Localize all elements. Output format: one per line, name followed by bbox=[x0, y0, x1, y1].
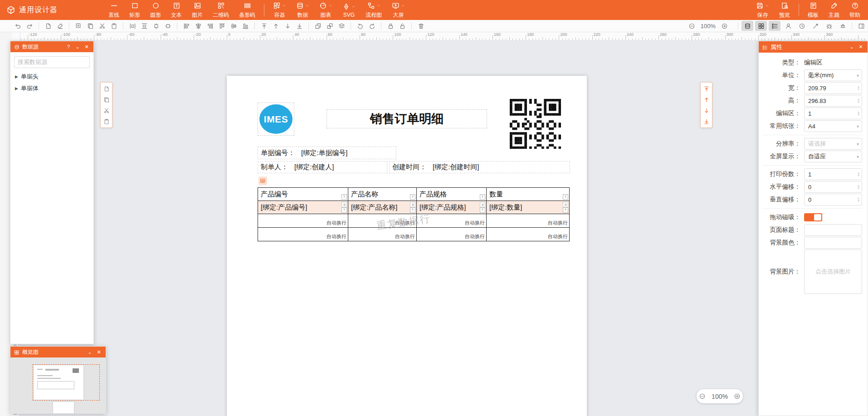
delete-bind-icon[interactable] bbox=[341, 202, 347, 207]
tool-qrcode[interactable]: 二维码 bbox=[208, 0, 234, 20]
tool-text[interactable]: 文本 bbox=[166, 0, 187, 20]
history-toggle[interactable] bbox=[796, 21, 808, 31]
table-repeat-cell[interactable]: 自动换行 bbox=[487, 214, 570, 228]
spinner-arrows[interactable]: ▴▾ bbox=[858, 85, 859, 91]
align-center-button[interactable] bbox=[192, 21, 204, 31]
text-style-badge[interactable]: T bbox=[480, 194, 485, 200]
copy-button[interactable] bbox=[102, 95, 111, 104]
spinner-arrows[interactable]: ▴▾ bbox=[858, 111, 859, 116]
panel-right-icon[interactable] bbox=[855, 21, 867, 31]
table-header-cell[interactable]: 数量T bbox=[487, 188, 570, 201]
clean-brush-button[interactable] bbox=[54, 21, 66, 31]
move-up-button[interactable] bbox=[270, 21, 282, 31]
tool-flow[interactable]: 流程图 bbox=[361, 0, 387, 20]
user-toggle[interactable] bbox=[782, 21, 794, 31]
new-file-button[interactable] bbox=[102, 84, 111, 93]
overview-viewport-rect[interactable] bbox=[33, 364, 100, 401]
copy-button[interactable] bbox=[84, 21, 96, 31]
help-icon[interactable]: ? bbox=[65, 44, 72, 49]
table-bind-cell[interactable]: [绑定:数量]T bbox=[487, 201, 570, 214]
spinner-arrows[interactable]: ▴▾ bbox=[858, 197, 859, 202]
action-theme[interactable]: 主题 bbox=[824, 0, 844, 20]
design-canvas[interactable]: IMES 销售订单明细 单据编号：[绑定:单据编号]制单人：[绑定:创建人]创建… bbox=[20, 40, 868, 416]
text-style-badge[interactable]: T bbox=[480, 207, 485, 213]
move-down-button[interactable] bbox=[282, 21, 293, 31]
tool-rect[interactable]: 矩形 bbox=[124, 0, 145, 20]
spinner-arrows[interactable]: ▴▾ bbox=[858, 184, 859, 190]
zoom-out-icon[interactable] bbox=[686, 21, 698, 31]
delete-bind-icon[interactable] bbox=[410, 202, 415, 207]
panel-tree-toggle[interactable] bbox=[769, 21, 780, 31]
collapse-icon[interactable]: ⌄ bbox=[848, 44, 855, 50]
paste-button[interactable] bbox=[108, 21, 120, 31]
text-style-badge[interactable]: T bbox=[563, 194, 568, 200]
table-header-cell[interactable]: 产品规格T bbox=[417, 188, 487, 201]
tool-circle[interactable]: 圆形 bbox=[145, 0, 166, 20]
bug-toggle[interactable] bbox=[823, 21, 835, 31]
close-icon[interactable]: ✕ bbox=[96, 349, 102, 355]
datasource-search-input[interactable]: 搜索数据源 bbox=[14, 56, 90, 68]
table-repeat-cell[interactable]: 自动换行 bbox=[348, 228, 417, 241]
tool-data[interactable]: 数据 bbox=[291, 0, 314, 20]
property-number-input[interactable]: 1▴▾ bbox=[804, 168, 862, 180]
property-text-input[interactable] bbox=[804, 224, 862, 236]
logo-element[interactable]: IMES bbox=[258, 103, 294, 136]
table-header-cell[interactable]: 产品编号T bbox=[258, 188, 348, 201]
property-select[interactable]: 自适应▾ bbox=[804, 151, 862, 162]
action-save[interactable]: 保存 bbox=[751, 0, 774, 20]
rotate-left-button[interactable] bbox=[354, 21, 366, 31]
tool-screen[interactable]: 大屏 bbox=[387, 0, 410, 20]
lock-button[interactable] bbox=[385, 21, 396, 31]
undo-button[interactable] bbox=[12, 21, 24, 31]
bind-field[interactable]: 创建时间：[绑定:创建时间] bbox=[389, 161, 570, 173]
property-select[interactable]: 请选择▾ bbox=[804, 138, 862, 150]
unlock-button[interactable] bbox=[396, 21, 408, 31]
background-image-picker[interactable]: 点击选择图片 bbox=[804, 250, 862, 294]
group-button[interactable] bbox=[312, 21, 324, 31]
redo-button[interactable] bbox=[24, 21, 35, 31]
qr-code[interactable] bbox=[510, 99, 561, 149]
layers-button[interactable] bbox=[336, 21, 347, 31]
new-file-button[interactable] bbox=[42, 21, 54, 31]
delete-bind-icon[interactable] bbox=[563, 202, 568, 207]
dist-v-button[interactable] bbox=[138, 21, 150, 31]
to-front-button[interactable] bbox=[258, 21, 270, 31]
close-icon[interactable]: ✕ bbox=[858, 44, 864, 50]
ant-toggle[interactable] bbox=[837, 21, 848, 31]
cut-button[interactable] bbox=[96, 21, 108, 31]
align-middle-button[interactable] bbox=[228, 21, 239, 31]
table-bind-cell[interactable]: [绑定:产品规格]T bbox=[417, 201, 487, 214]
report-title[interactable]: 销售订单明细 bbox=[327, 109, 487, 128]
table-handle-icon[interactable] bbox=[258, 176, 267, 185]
table-bind-cell[interactable]: [绑定:产品名称]T bbox=[348, 201, 417, 214]
table-bind-cell[interactable]: [绑定:产品编号]T bbox=[258, 201, 348, 214]
bind-field[interactable]: 制单人：[绑定:创建人] bbox=[258, 161, 387, 173]
property-number-input[interactable]: 1▴▾ bbox=[804, 108, 862, 119]
detail-table[interactable]: 产品编号T产品名称T产品规格T数量T[绑定:产品编号]T[绑定:产品名称]T[绑… bbox=[258, 187, 570, 241]
delete-bind-icon[interactable] bbox=[480, 202, 485, 207]
property-number-input[interactable]: 296.83▴▾ bbox=[804, 95, 862, 107]
panel-datasource-toggle[interactable] bbox=[741, 21, 753, 31]
text-style-badge[interactable]: T bbox=[341, 207, 347, 213]
table-repeat-cell[interactable]: 自动换行 bbox=[417, 228, 487, 241]
drag-snap-toggle[interactable] bbox=[804, 213, 822, 221]
tool-line[interactable]: 直线 bbox=[103, 0, 124, 20]
collapse-icon[interactable]: ⌄ bbox=[74, 44, 81, 50]
report-page[interactable]: IMES 销售订单明细 单据编号：[绑定:单据编号]制单人：[绑定:创建人]创建… bbox=[227, 76, 587, 416]
to-front-button[interactable] bbox=[702, 84, 711, 93]
zoom-in-icon[interactable] bbox=[718, 21, 730, 31]
align-top-button[interactable] bbox=[216, 21, 228, 31]
table-repeat-cell[interactable]: 自动换行 bbox=[258, 228, 348, 241]
tool-chart[interactable]: 图表 bbox=[314, 0, 337, 20]
dist-h-button[interactable] bbox=[127, 21, 138, 31]
center-v-button[interactable] bbox=[162, 21, 174, 31]
action-help[interactable]: 帮助 bbox=[844, 0, 865, 20]
rotate-right-button[interactable] bbox=[366, 21, 378, 31]
datasource-item-单据头[interactable]: ▶单据头 bbox=[10, 70, 93, 82]
wand-toggle[interactable] bbox=[809, 21, 821, 31]
ungroup-button[interactable] bbox=[324, 21, 336, 31]
zoom-out-icon[interactable] bbox=[697, 392, 708, 401]
tool-container[interactable]: 容器 bbox=[268, 0, 291, 20]
move-up-button[interactable] bbox=[702, 95, 711, 104]
align-left-button[interactable] bbox=[180, 21, 192, 31]
